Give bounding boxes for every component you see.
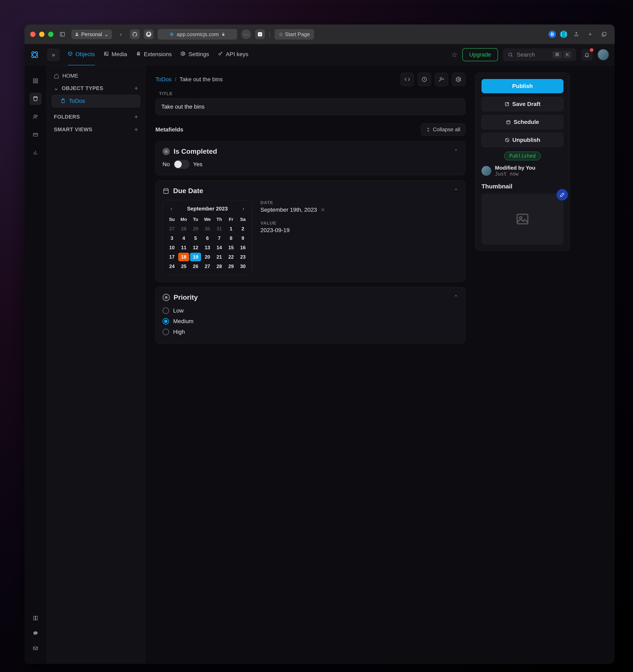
calendar-day[interactable]: 20	[202, 253, 213, 261]
url-bar[interactable]: app.cosmicjs.com	[158, 29, 237, 40]
calendar-day[interactable]: 11	[178, 243, 189, 252]
priority-option-high[interactable]: High	[162, 327, 458, 337]
rail-mail-icon[interactable]	[29, 642, 42, 654]
calendar-day[interactable]: 29	[226, 262, 236, 271]
more-icon[interactable]: ⋯	[241, 29, 251, 39]
add-type-icon[interactable]: +	[134, 85, 138, 92]
sidebar-folders-header[interactable]: FOLDERS +	[51, 111, 141, 123]
calendar-day[interactable]: 4	[178, 234, 189, 242]
tabs-icon[interactable]	[599, 29, 609, 39]
rail-bucket-icon[interactable]	[29, 93, 42, 105]
nav-tab-settings[interactable]: Settings	[181, 44, 209, 66]
calendar-day[interactable]: 5	[190, 234, 201, 242]
calendar-day[interactable]: 24	[167, 262, 177, 271]
sidebar-home[interactable]: HOME	[51, 70, 141, 82]
next-month-button[interactable]: ›	[241, 206, 246, 212]
collapse-all-button[interactable]: Collapse all	[421, 123, 465, 136]
schedule-button[interactable]: Schedule	[481, 115, 563, 129]
unpublish-button[interactable]: Unpublish	[481, 133, 563, 147]
clear-date-icon[interactable]: ✕	[321, 207, 325, 213]
title-input[interactable]	[155, 98, 465, 115]
priority-option-medium[interactable]: Medium	[162, 316, 458, 327]
calendar-day[interactable]: 2	[237, 224, 248, 233]
calendar-day[interactable]: 6	[202, 234, 213, 242]
window-zoom[interactable]	[48, 32, 53, 37]
sidebar-toggle-icon[interactable]	[57, 29, 67, 39]
calendar-day-prev[interactable]: 28	[178, 224, 189, 233]
calendar-day[interactable]: 25	[178, 262, 189, 271]
calendar-day[interactable]: 3	[167, 234, 177, 242]
calendar-day[interactable]: 17	[167, 253, 177, 261]
sidebar-smartviews-header[interactable]: SMART VIEWS +	[51, 123, 141, 136]
calendar-day[interactable]: 21	[214, 253, 225, 261]
rail-chat-icon[interactable]	[29, 627, 42, 639]
calendar-day[interactable]: 8	[226, 234, 236, 242]
user-avatar[interactable]	[598, 49, 609, 61]
thumbnail-box[interactable]	[481, 193, 563, 244]
history-button[interactable]	[417, 73, 431, 86]
calendar-day[interactable]: 14	[214, 243, 225, 252]
calendar-day[interactable]: 10	[167, 243, 177, 252]
window-minimize[interactable]	[39, 32, 45, 37]
nav-tab-objects[interactable]: Objects	[68, 44, 95, 66]
publish-button[interactable]: Publish	[481, 79, 563, 93]
add-folder-icon[interactable]: +	[134, 113, 138, 120]
sidebar-item-todos[interactable]: ToDos	[51, 95, 141, 107]
calendar-day-prev[interactable]: 30	[202, 224, 213, 233]
calendar-day[interactable]: 18	[178, 253, 189, 261]
calendar-day[interactable]: 26	[190, 262, 201, 271]
start-page-btn[interactable]: ☆ Start Page	[275, 29, 314, 40]
chevron-up-icon[interactable]: ⌃	[454, 294, 458, 301]
nav-tab-api-keys[interactable]: API keys	[218, 44, 248, 66]
bell-circle-icon[interactable]	[144, 29, 154, 39]
calendar-day[interactable]: 16	[237, 243, 248, 252]
calendar-day[interactable]: 15	[226, 243, 236, 252]
calendar-day[interactable]: 7	[214, 234, 225, 242]
is-completed-toggle[interactable]	[174, 160, 189, 169]
search-box[interactable]: Search ⌘ K	[503, 48, 576, 61]
github-icon[interactable]	[130, 29, 140, 39]
calendar-day[interactable]: 9	[237, 234, 248, 242]
calendar-day[interactable]: 12	[190, 243, 201, 252]
share-button[interactable]	[435, 73, 448, 86]
edit-thumbnail-button[interactable]	[557, 189, 568, 200]
window-close[interactable]	[30, 32, 35, 37]
chevron-up-icon[interactable]: ⌃	[454, 148, 458, 154]
favorite-icon[interactable]: ☆	[451, 51, 457, 59]
rail-usage-icon[interactable]	[29, 147, 42, 159]
add-view-icon[interactable]: +	[134, 126, 138, 133]
calendar-day[interactable]: 1	[226, 224, 236, 233]
compose-icon[interactable]	[255, 29, 265, 39]
calendar-day[interactable]: 28	[214, 262, 225, 271]
nav-tab-media[interactable]: Media	[104, 44, 127, 66]
crumb-root[interactable]: ToDos	[155, 76, 172, 82]
rail-dashboard-icon[interactable]	[29, 75, 42, 87]
calendar-day-prev[interactable]: 29	[190, 224, 201, 233]
calendar-day[interactable]: 30	[237, 262, 248, 271]
expand-nav-button[interactable]: »	[47, 49, 59, 61]
ext-icon-dots[interactable]: ⋮⋮	[560, 31, 567, 38]
calendar-day[interactable]: 27	[202, 262, 213, 271]
share-icon[interactable]	[572, 29, 581, 39]
rail-billing-icon[interactable]	[29, 128, 42, 141]
calendar-day[interactable]: 19	[190, 253, 201, 261]
calendar-day-prev[interactable]: 27	[167, 224, 177, 233]
rail-team-icon[interactable]	[29, 111, 42, 123]
json-button[interactable]	[401, 73, 414, 86]
prev-month-button[interactable]: ‹	[169, 206, 174, 212]
upgrade-button[interactable]: Upgrade	[462, 48, 498, 61]
nav-tab-extensions[interactable]: Extensions	[136, 44, 172, 66]
profile-button[interactable]: Personal ⌄	[71, 30, 112, 39]
calendar-day-prev[interactable]: 31	[214, 224, 225, 233]
ext-icon-b[interactable]: B	[549, 31, 556, 38]
new-tab-icon[interactable]: +	[585, 29, 595, 39]
settings-button[interactable]	[452, 73, 465, 86]
brand-logo-icon[interactable]	[30, 50, 39, 59]
calendar-day[interactable]: 22	[226, 253, 236, 261]
priority-option-low[interactable]: Low	[162, 305, 458, 316]
chevron-up-icon[interactable]: ⌃	[454, 188, 458, 194]
rail-docs-icon[interactable]	[29, 612, 42, 624]
calendar-day[interactable]: 23	[237, 253, 248, 261]
save-draft-button[interactable]: Save Draft	[481, 97, 563, 111]
back-button[interactable]: ‹	[116, 29, 126, 39]
